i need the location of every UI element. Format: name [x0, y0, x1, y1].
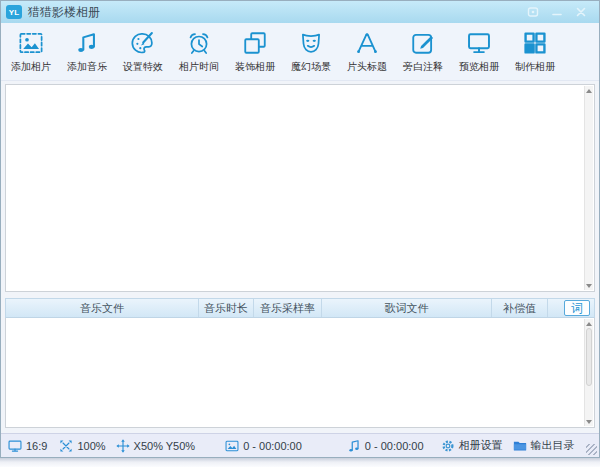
- close-button[interactable]: [574, 5, 588, 19]
- add-photo-icon: [18, 28, 44, 58]
- move-icon: [116, 439, 130, 453]
- column-header-music-file: 音乐文件: [6, 299, 199, 317]
- aspect-ratio-value: 16:9: [26, 440, 47, 452]
- album-settings-button[interactable]: 相册设置: [441, 438, 503, 453]
- aspect-ratio-status: 16:9: [8, 439, 47, 453]
- music-duration-value: 0 - 00:00:00: [365, 440, 424, 452]
- scroll-up-button[interactable]: [585, 319, 593, 328]
- decorate-album-icon: [242, 28, 268, 58]
- column-header-lyrics-action: 词: [548, 299, 594, 317]
- tool-label: 设置特效: [123, 60, 163, 74]
- scale-value: 100%: [77, 440, 105, 452]
- column-header-lyrics-file: 歌词文件: [322, 299, 492, 317]
- column-header-sample-rate: 音乐采样率: [254, 299, 322, 317]
- scale-status: 100%: [59, 439, 105, 453]
- tool-label: 制作相册: [515, 60, 555, 74]
- tool-label: 魔幻场景: [291, 60, 331, 74]
- photo-panel-scrollbar[interactable]: [584, 86, 593, 290]
- photos-duration-value: 0 - 00:00:00: [243, 440, 302, 452]
- position-status: X50% Y50%: [116, 439, 196, 453]
- position-value: X50% Y50%: [134, 440, 196, 452]
- narration-icon: [410, 28, 436, 58]
- preview-album-button[interactable]: 预览相册: [451, 28, 507, 74]
- column-header-compensation: 补偿值: [492, 299, 548, 317]
- app-window: YL 猎猎影楼相册: [0, 0, 600, 458]
- make-album-button[interactable]: 制作相册: [507, 28, 563, 74]
- preview-album-icon: [466, 28, 492, 58]
- tool-label: 预览相册: [459, 60, 499, 74]
- toolbar: 添加相片 添加音乐: [1, 23, 599, 81]
- tool-label: 添加音乐: [67, 60, 107, 74]
- tool-label: 相片时间: [179, 60, 219, 74]
- scroll-down-button[interactable]: [585, 281, 593, 290]
- photo-list-panel[interactable]: [5, 84, 595, 292]
- scroll-down-button[interactable]: [585, 417, 593, 426]
- scroll-track[interactable]: [585, 328, 593, 417]
- narration-button[interactable]: 旁白注释: [395, 28, 451, 74]
- effects-icon: [130, 28, 156, 58]
- make-album-icon: [522, 28, 548, 58]
- photo-time-button[interactable]: 相片时间: [171, 28, 227, 74]
- scroll-track[interactable]: [585, 95, 593, 281]
- gear-icon: [441, 439, 455, 453]
- folder-icon: [513, 439, 527, 453]
- monitor-icon: [8, 439, 22, 453]
- album-settings-label: 相册设置: [459, 438, 503, 453]
- tool-label: 片头标题: [347, 60, 387, 74]
- resize-grip[interactable]: [586, 444, 597, 455]
- minimize-button[interactable]: [550, 5, 564, 19]
- restore-icon: [527, 6, 539, 18]
- tool-label: 添加相片: [11, 60, 51, 74]
- app-logo: YL: [6, 5, 22, 19]
- magic-scene-button[interactable]: 魔幻场景: [283, 28, 339, 74]
- window-shadow: [0, 458, 600, 467]
- scroll-up-button[interactable]: [585, 86, 593, 95]
- add-music-button[interactable]: 添加音乐: [59, 28, 115, 74]
- tool-label: 装饰相册: [235, 60, 275, 74]
- decorate-album-button[interactable]: 装饰相册: [227, 28, 283, 74]
- music-panel-scrollbar[interactable]: [584, 319, 593, 426]
- intro-title-button[interactable]: 片头标题: [339, 28, 395, 74]
- photos-duration-status: 0 - 00:00:00: [225, 439, 302, 453]
- restore-button[interactable]: [526, 5, 540, 19]
- output-dir-button[interactable]: 输出目录: [513, 438, 575, 453]
- column-header-duration: 音乐时长: [199, 299, 254, 317]
- minimize-icon: [551, 6, 563, 18]
- tool-label: 旁白注释: [403, 60, 443, 74]
- close-icon: [575, 6, 587, 18]
- music-note-icon: [347, 439, 361, 453]
- lyrics-button[interactable]: 词: [564, 300, 590, 316]
- titlebar[interactable]: YL 猎猎影楼相册: [1, 1, 599, 23]
- window-title: 猎猎影楼相册: [28, 4, 100, 21]
- effects-button[interactable]: 设置特效: [115, 28, 171, 74]
- photo-time-icon: [186, 28, 212, 58]
- statusbar: 16:9 100% X50% Y50% 0 - 00:00:00: [1, 433, 599, 457]
- photo-icon: [225, 439, 239, 453]
- music-list-panel[interactable]: [5, 318, 595, 428]
- add-music-icon: [74, 28, 100, 58]
- add-photo-button[interactable]: 添加相片: [3, 28, 59, 74]
- output-dir-label: 输出目录: [531, 438, 575, 453]
- music-table-header: 音乐文件 音乐时长 音乐采样率 歌词文件 补偿值 词: [5, 298, 595, 318]
- intro-title-icon: [354, 28, 380, 58]
- scale-icon: [59, 439, 73, 453]
- magic-scene-icon: [298, 28, 324, 58]
- music-duration-status: 0 - 00:00:00: [347, 439, 424, 453]
- scroll-thumb[interactable]: [586, 328, 592, 386]
